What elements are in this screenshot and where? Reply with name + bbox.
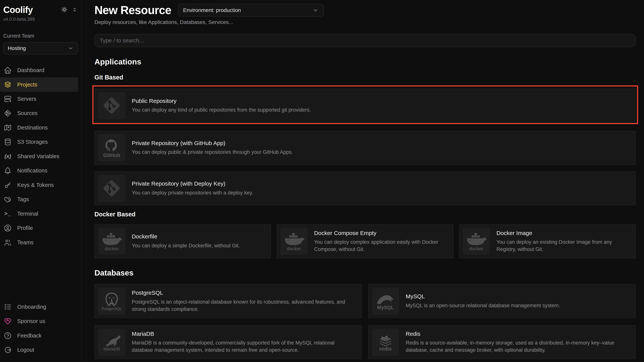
sidebar-item-label: Shared Variables: [17, 153, 60, 160]
card-title: Redis: [406, 331, 628, 338]
sidebar-item-notifications[interactable]: Notifications: [0, 164, 81, 178]
card-postgresql[interactable]: PostgreSQL PostgreSQL PostgreSQL is an o…: [94, 284, 362, 318]
card-description: MariaDB is a community-developed, commer…: [132, 339, 355, 354]
card-docker-image[interactable]: docker Docker Image You can deploy an ex…: [459, 224, 636, 258]
sidebar-item-label: Logout: [17, 347, 34, 353]
sidebar-item-sources[interactable]: Sources: [0, 106, 81, 120]
server-icon: [4, 95, 12, 103]
sidebar-item-label: Feedback: [17, 333, 42, 339]
git-icon: [98, 92, 125, 119]
sidebar-item-sponsor-us[interactable]: Sponsor us: [0, 314, 81, 328]
card-title: Private Repository (with Deploy Key): [132, 180, 253, 187]
card-title: Dockerfile: [132, 233, 240, 240]
app-version: v4.0.0-beta.399: [0, 17, 81, 22]
current-team-label: Current Team: [0, 33, 81, 39]
variables-icon: (x): [4, 152, 12, 161]
sidebar-item-projects[interactable]: Projects: [0, 77, 78, 92]
card-title: Docker Image: [496, 230, 629, 237]
environment-select[interactable]: Environment: production: [178, 4, 324, 16]
sidebar-item-label: Sources: [17, 110, 38, 116]
svg-text:docker: docker: [105, 246, 119, 251]
sidebar-item-label: Servers: [17, 96, 36, 102]
svg-text:PostgreSQL: PostgreSQL: [102, 307, 122, 311]
search-input[interactable]: [94, 34, 636, 47]
svg-text:MySQL: MySQL: [377, 305, 394, 310]
sidebar-item-label: Profile: [17, 225, 33, 231]
card-description: You can deploy private repositories with…: [132, 189, 253, 196]
coolify-app: Coolify v4.0.0-beta.399 Current Team Hos…: [0, 0, 644, 362]
card-public-repository[interactable]: Public Repository You can deploy any kin…: [94, 89, 636, 123]
mysql-icon: MySQL: [372, 288, 399, 315]
card-docker-compose-empty[interactable]: docker Docker Compose Empty You can depl…: [277, 224, 453, 258]
card-dockerfile[interactable]: docker Dockerfile You can deploy a simpl…: [94, 224, 271, 258]
card-title: MariaDB: [132, 331, 355, 338]
sidebar-item-label: Tags: [17, 196, 29, 202]
card-description: You can deploy any kind of public reposi…: [132, 106, 311, 114]
sidebar-item-keys-tokens[interactable]: Keys & Tokens: [0, 178, 81, 192]
user-icon: [4, 224, 12, 232]
card-mariadb[interactable]: MariaDB MariaDB MariaDB is a community-d…: [94, 325, 362, 359]
sidebar-item-label: Keys & Tokens: [17, 182, 54, 188]
page-subtitle: Deploy resources, like Applications, Dat…: [94, 19, 636, 26]
git-based-heading: Git Based: [94, 74, 636, 81]
terminal-icon: >_: [4, 210, 12, 218]
users-icon: [4, 238, 12, 247]
card-description: You can deploy complex application easil…: [314, 239, 446, 253]
sidebar-item-terminal[interactable]: >_ Terminal: [0, 207, 81, 221]
sidebar-item-label: Onboarding: [17, 304, 46, 310]
docker-based-heading: Docker Based: [94, 211, 636, 218]
sidebar-item-label: S3 Storages: [17, 139, 48, 145]
sidebar-item-logout[interactable]: Logout: [0, 343, 81, 357]
card-title: PostgreSQL: [132, 289, 355, 296]
sidebar-item-label: Dashboard: [17, 67, 44, 73]
card-private-repository-github-app[interactable]: GitHub Private Repository (with GitHub A…: [94, 131, 636, 165]
help-icon: [4, 332, 12, 340]
docker-cards-row: docker Dockerfile You can deploy a simpl…: [94, 224, 636, 258]
heart-handshake-icon: [4, 317, 12, 325]
svg-text:docker: docker: [469, 246, 483, 251]
sidebar-item-teams[interactable]: Teams: [0, 235, 81, 249]
card-title: MySQL: [406, 293, 560, 300]
svg-text:MariaDB: MariaDB: [104, 347, 120, 351]
card-redis[interactable]: redis Redis Redis is a source-available,…: [368, 325, 636, 359]
card-description: PostgreSQL is an object-relational datab…: [132, 299, 355, 313]
page-title: New Resource: [94, 3, 171, 17]
chevron-down-icon: [68, 45, 74, 51]
sidebar-item-dashboard[interactable]: Dashboard: [0, 63, 81, 77]
sidebar-item-feedback[interactable]: Feedback: [0, 328, 81, 343]
sidebar-item-shared-variables[interactable]: (x) Shared Variables: [0, 149, 81, 164]
svg-text:redis: redis: [379, 346, 392, 352]
environment-select-value: Environment: production: [183, 7, 241, 13]
card-private-repository-deploy-key[interactable]: Private Repository (with Deploy Key) You…: [94, 171, 636, 205]
team-select[interactable]: Hosting: [3, 42, 78, 55]
tag-icon: [4, 195, 12, 203]
sidebar-item-destinations[interactable]: Destinations: [0, 121, 81, 135]
map-icon: [4, 124, 12, 132]
card-title: Private Repository (with GitHub App): [132, 140, 293, 147]
sidebar-item-tags[interactable]: Tags: [0, 192, 81, 206]
theme-toggle-sun-icon[interactable]: [61, 6, 68, 13]
sidebar-item-label: Projects: [17, 82, 37, 88]
card-description: You can deploy a simple Dockerfile, with…: [132, 242, 240, 249]
card-description: MySQL is an open-source relational datab…: [406, 302, 560, 309]
sidebar-spacer: [0, 250, 81, 300]
sidebar-nav: Dashboard Projects Servers: [0, 63, 81, 250]
card-description: You can deploy public & private reposito…: [132, 149, 293, 156]
sidebar-item-label: Terminal: [17, 211, 38, 217]
sidebar-selector-chevrons-icon[interactable]: [72, 7, 77, 13]
sidebar-item-onboarding[interactable]: Onboarding: [0, 300, 81, 314]
card-title: Docker Compose Empty: [314, 230, 446, 237]
chevron-down-icon: [312, 7, 318, 13]
sidebar-item-profile[interactable]: Profile: [0, 221, 81, 235]
sidebar-item-label: Teams: [17, 239, 34, 246]
sidebar-item-servers[interactable]: Servers: [0, 92, 81, 106]
home-icon: [4, 66, 12, 74]
sidebar-item-s3-storages[interactable]: S3 Storages: [0, 135, 81, 149]
card-mysql[interactable]: MySQL MySQL MySQL is an open-source rela…: [368, 284, 636, 318]
sidebar-footer-nav: Onboarding Sponsor us Feedback: [0, 300, 81, 357]
databases-heading: Databases: [94, 268, 636, 277]
mariadb-icon: MariaDB: [98, 329, 125, 356]
page-header: New Resource Environment: production: [94, 3, 636, 17]
postgresql-icon: PostgreSQL: [98, 288, 125, 315]
applications-heading: Applications: [94, 57, 636, 66]
